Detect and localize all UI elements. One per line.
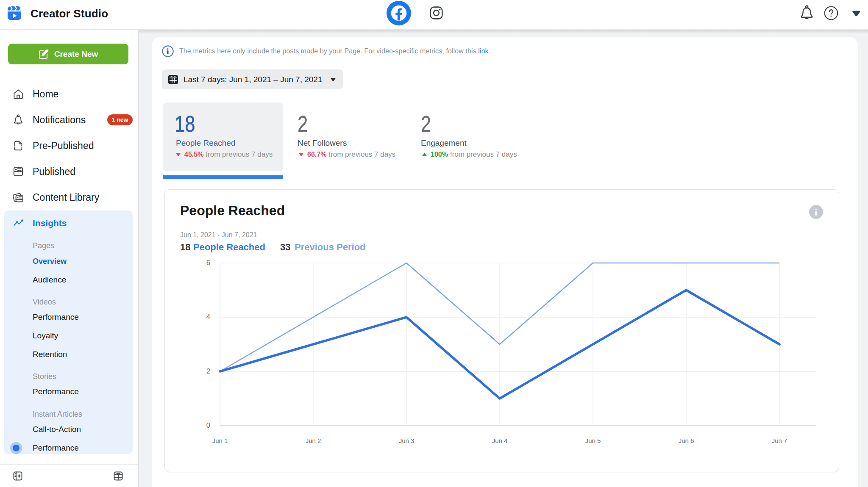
svg-text:6: 6 bbox=[206, 259, 210, 266]
svg-text:Jun 4: Jun 4 bbox=[492, 437, 508, 444]
svg-text:2: 2 bbox=[206, 367, 210, 375]
svg-text:Jun 1: Jun 1 bbox=[212, 437, 228, 444]
svg-text:4: 4 bbox=[206, 313, 210, 321]
svg-text:Jun 3: Jun 3 bbox=[399, 437, 415, 444]
svg-text:Jun 6: Jun 6 bbox=[679, 437, 694, 444]
svg-text:Jun 7: Jun 7 bbox=[772, 437, 787, 444]
svg-text:Jun 5: Jun 5 bbox=[585, 437, 601, 444]
svg-text:0: 0 bbox=[206, 421, 210, 429]
svg-text:Jun 2: Jun 2 bbox=[306, 437, 321, 444]
